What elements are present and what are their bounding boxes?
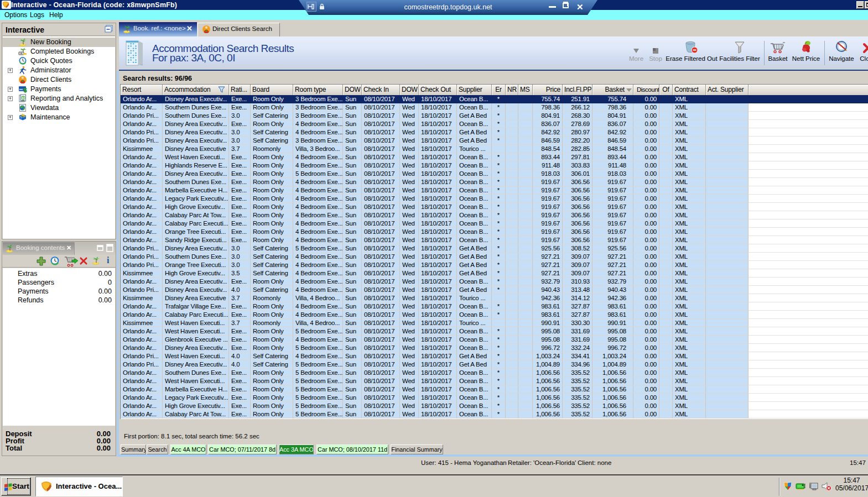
svg-text:$: $ bbox=[24, 87, 27, 93]
